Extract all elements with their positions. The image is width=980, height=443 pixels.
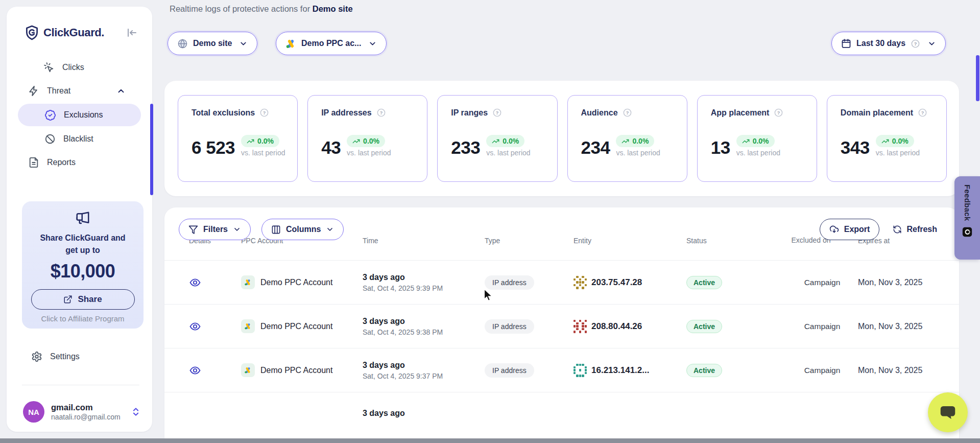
sidebar-item-label: Clicks	[62, 63, 84, 72]
stat-value: 43	[321, 137, 341, 158]
sidebar-item-clicks[interactable]: Clicks	[7, 56, 152, 79]
expires-at-value: Mon, Nov 3, 2025	[858, 366, 935, 375]
entity-identicon	[573, 320, 587, 333]
table-toolbar: Filters Columns Export Refresh	[179, 219, 937, 240]
user-email: naatali.ro@gmail.com	[51, 413, 121, 422]
stat-value: 13	[711, 137, 730, 158]
chevron-down-icon	[239, 39, 248, 48]
account-switcher[interactable]: NA gmail.com naatali.ro@gmail.com	[23, 401, 141, 423]
columns-button-label: Columns	[286, 225, 321, 234]
bolt-icon	[28, 85, 39, 97]
chevron-down-icon	[368, 39, 377, 48]
table-row: 3 days ago	[164, 392, 959, 436]
affiliate-caption[interactable]: Click to Affiliate Program	[22, 314, 144, 323]
page-scrollbar[interactable]	[976, 55, 979, 101]
clickguard-logo-icon	[25, 25, 39, 40]
logo-text: ClickGuard.	[43, 26, 104, 39]
type-badge: IP address	[485, 275, 534, 290]
help-icon[interactable]: ?	[911, 39, 920, 49]
affiliate-promo-card: Share ClickGuard and get up to $10,000 S…	[22, 201, 144, 329]
exclusions-table-panel: Filters Columns Export Refresh Details P…	[164, 207, 959, 443]
document-icon	[28, 157, 39, 168]
status-badge: Active	[686, 364, 722, 377]
time-relative: 3 days ago	[363, 273, 485, 282]
time-full: Sat, Oct 4, 2025 9:39 PM	[363, 284, 485, 292]
sidebar-item-settings[interactable]: Settings	[31, 351, 80, 362]
stat-caption: vs. last period	[616, 149, 660, 157]
share-button[interactable]: Share	[31, 289, 135, 310]
columns-button[interactable]: Columns	[261, 219, 344, 240]
stat-change: 0.0%	[363, 137, 379, 145]
type-badge: IP address	[485, 319, 534, 334]
help-icon[interactable]: ?	[259, 108, 269, 118]
export-button[interactable]: Export	[820, 219, 880, 240]
help-icon[interactable]: ?	[918, 108, 927, 118]
subtitle-site-name: Demo site	[313, 4, 353, 13]
external-link-icon	[63, 295, 73, 304]
sidebar-item-exclusions[interactable]: Exclusions	[18, 104, 141, 126]
details-eye-icon[interactable]	[189, 276, 201, 289]
refresh-button[interactable]: Refresh	[893, 225, 937, 234]
site-selector[interactable]: Demo site	[168, 32, 257, 55]
trending-up-icon	[881, 137, 889, 145]
chevron-down-icon	[927, 39, 936, 48]
stat-change: 0.0%	[753, 137, 769, 145]
details-eye-icon[interactable]	[189, 364, 201, 377]
stat-value: 6 523	[192, 137, 235, 158]
time-full: Sat, Oct 4, 2025 9:37 PM	[363, 372, 485, 380]
megaphone-icon	[75, 211, 90, 226]
stat-caption: vs. last period	[347, 149, 391, 157]
filter-icon	[188, 225, 198, 235]
stat-title: Total exclusions	[192, 108, 255, 118]
badge-check-icon	[44, 109, 56, 121]
sidebar-item-threat[interactable]: Threat	[7, 79, 152, 103]
sidebar-item-blacklist[interactable]: Blacklist	[7, 127, 152, 151]
expires-at-value: Mon, Nov 3, 2025	[858, 278, 935, 287]
help-icon[interactable]: ?	[492, 108, 502, 118]
promo-line-1: Share ClickGuard and	[40, 234, 125, 242]
table-row: Demo PPC Account 3 days ago Sat, Oct 4, …	[164, 348, 959, 392]
svg-text:?: ?	[921, 110, 924, 115]
avatar: NA	[23, 401, 44, 423]
table-row: Demo PPC Account 3 days ago Sat, Oct 4, …	[164, 261, 959, 305]
excluded-on-value: Campaign	[786, 322, 858, 331]
help-icon[interactable]: ?	[774, 108, 783, 118]
excluded-on-value: Campaign	[786, 278, 858, 287]
stat-caption: vs. last period	[736, 149, 780, 157]
date-range-selector[interactable]: Last 30 days ?	[831, 32, 946, 55]
feedback-smiley-icon	[962, 226, 973, 238]
chat-launcher-button[interactable]	[928, 392, 968, 432]
user-name: gmail.com	[51, 402, 121, 413]
svg-text:?: ?	[914, 41, 917, 46]
ppc-account-selector[interactable]: Demo PPC ac...	[276, 32, 387, 55]
sidebar-nav: Clicks Threat Exclusions	[7, 56, 152, 174]
sidebar-collapse-icon[interactable]	[126, 27, 138, 39]
feedback-tab[interactable]: Feedback	[954, 176, 980, 260]
stat-card-ip-addresses: IP addresses ? 43 0.0% vs. last period	[307, 95, 427, 182]
gear-icon	[31, 351, 42, 362]
svg-text:?: ?	[777, 110, 780, 115]
excluded-on-value: Campaign	[786, 366, 858, 375]
ppc-account-name: Demo PPC Account	[260, 278, 332, 287]
trending-up-icon	[492, 137, 499, 145]
entity-identicon	[573, 364, 587, 377]
stat-change: 0.0%	[503, 137, 519, 145]
google-ads-icon	[285, 38, 296, 49]
google-ads-icon	[241, 319, 255, 333]
sidebar-scrollbar[interactable]	[150, 104, 153, 195]
time-full: Sat, Oct 4, 2025 9:38 PM	[363, 328, 485, 336]
help-icon[interactable]: ?	[376, 108, 386, 118]
page-subtitle: Realtime logs of protective actions for …	[170, 4, 353, 14]
stat-change: 0.0%	[632, 137, 649, 145]
sidebar: ClickGuard. Clicks Threat	[7, 7, 152, 432]
filters-button-label: Filters	[203, 225, 228, 234]
details-eye-icon[interactable]	[189, 320, 201, 333]
ppc-account-selector-label: Demo PPC ac...	[301, 39, 361, 48]
help-icon[interactable]: ?	[623, 108, 632, 118]
trending-up-icon	[352, 137, 360, 145]
ban-icon	[44, 133, 56, 145]
sidebar-item-reports[interactable]: Reports	[7, 151, 152, 174]
stat-value: 343	[841, 137, 870, 158]
filters-button[interactable]: Filters	[179, 219, 251, 240]
site-selector-label: Demo site	[193, 39, 232, 48]
